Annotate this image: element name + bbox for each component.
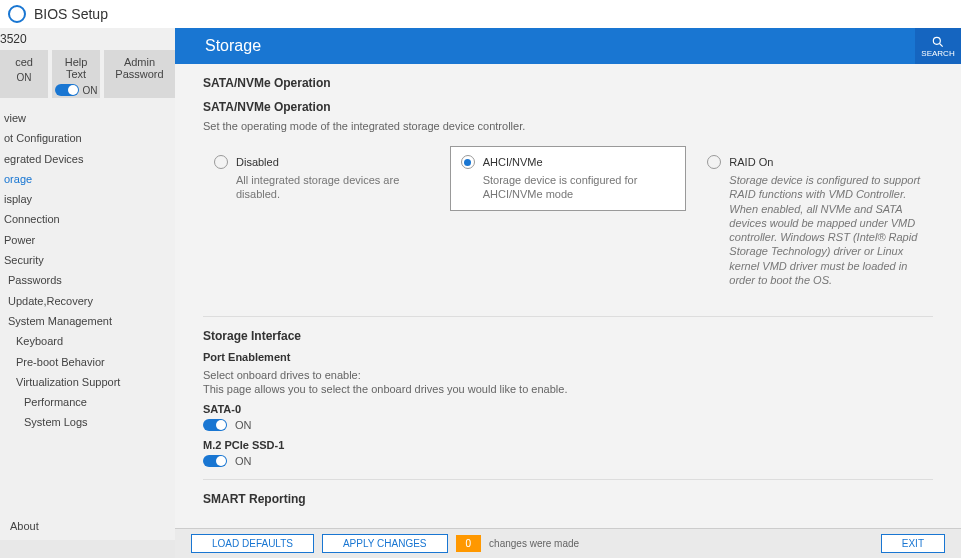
radio-desc: All integrated storage devices are disab…: [214, 173, 429, 202]
search-icon: [931, 35, 945, 49]
nav-item[interactable]: view: [0, 108, 175, 128]
smart-reporting-title: SMART Reporting: [203, 492, 933, 506]
nav-item[interactable]: Keyboard: [0, 331, 175, 351]
nav-item[interactable]: Power: [0, 230, 175, 250]
port-desc-1: Select onboard drives to enable:: [203, 369, 933, 381]
tile-help-text[interactable]: Help Text ON: [52, 50, 100, 98]
page-header: Storage SEARCH: [175, 28, 961, 64]
port-enablement-title: Port Enablement: [203, 351, 933, 363]
top-tiles: ced ON Help Text ON Admin Password: [0, 48, 175, 102]
nav-item[interactable]: egrated Devices: [0, 149, 175, 169]
section-desc: Set the operating mode of the integrated…: [203, 120, 933, 132]
tile-label: ced: [15, 56, 33, 68]
load-defaults-button[interactable]: LOAD DEFAULTS: [191, 534, 314, 553]
divider: [203, 479, 933, 480]
sidebar: 3520 ced ON Help Text ON Admin Password …: [0, 28, 175, 540]
nav-item[interactable]: System Logs: [0, 412, 175, 432]
radio-icon: [461, 155, 475, 169]
toggle-icon[interactable]: [55, 84, 79, 96]
tile-state: ON: [55, 84, 98, 96]
radio-option[interactable]: DisabledAll integrated storage devices a…: [203, 146, 440, 211]
page-title: Storage: [205, 37, 261, 55]
tile-admin-password[interactable]: Admin Password: [104, 50, 175, 98]
exit-button[interactable]: EXIT: [881, 534, 945, 553]
app-title: BIOS Setup: [34, 6, 108, 22]
radio-icon: [214, 155, 228, 169]
main-panel: Storage SEARCH SATA/NVMe Operation SATA/…: [175, 28, 961, 558]
svg-point-0: [933, 37, 940, 44]
nav-item[interactable]: Connection: [0, 209, 175, 229]
brand-logo-icon: [8, 5, 26, 23]
toggle-icon[interactable]: [203, 419, 227, 431]
nav-item[interactable]: Performance: [0, 392, 175, 412]
tile-advanced[interactable]: ced ON: [0, 50, 48, 98]
radio-label: RAID On: [729, 156, 773, 168]
radio-label: Disabled: [236, 156, 279, 168]
apply-changes-button[interactable]: APPLY CHANGES: [322, 534, 448, 553]
sata-mode-options: DisabledAll integrated storage devices a…: [203, 146, 933, 296]
changes-note: changes were made: [489, 538, 579, 549]
nav-item[interactable]: Passwords: [0, 270, 175, 290]
port-toggle-row: ON: [203, 419, 933, 431]
content-scroll[interactable]: SATA/NVMe Operation SATA/NVMe Operation …: [175, 64, 961, 528]
port-desc-2: This page allows you to select the onboa…: [203, 383, 933, 395]
port-toggle-row: ON: [203, 455, 933, 467]
radio-desc: Storage device is configured to support …: [707, 173, 922, 287]
title-bar: BIOS Setup: [0, 0, 961, 28]
search-label: SEARCH: [921, 49, 954, 58]
nav-item[interactable]: System Management: [0, 311, 175, 331]
model-number: 3520: [0, 28, 175, 48]
port-label: M.2 PCIe SSD-1: [203, 439, 933, 451]
radio-desc: Storage device is configured for AHCI/NV…: [461, 173, 676, 202]
svg-line-1: [940, 43, 943, 46]
radio-label: AHCI/NVMe: [483, 156, 543, 168]
nav-item[interactable]: Pre-boot Behavior: [0, 352, 175, 372]
nav-item[interactable]: Update,Recovery: [0, 291, 175, 311]
nav-item[interactable]: ot Configuration: [0, 128, 175, 148]
storage-interface-title: Storage Interface: [203, 329, 933, 343]
about-link[interactable]: About: [10, 520, 39, 532]
footer-bar: LOAD DEFAULTS APPLY CHANGES 0 changes we…: [175, 528, 961, 558]
divider: [203, 316, 933, 317]
tile-label: Admin Password: [108, 56, 171, 80]
tile-label: Help Text: [56, 56, 96, 80]
radio-icon: [707, 155, 721, 169]
toggle-icon[interactable]: [203, 455, 227, 467]
changes-count-badge: 0: [456, 535, 482, 552]
nav-item[interactable]: Virtualization Support: [0, 372, 175, 392]
toggle-state: ON: [235, 455, 252, 467]
nav-item[interactable]: Security: [0, 250, 175, 270]
search-button[interactable]: SEARCH: [915, 28, 961, 64]
nav-item[interactable]: isplay: [0, 189, 175, 209]
section-title: SATA/NVMe Operation: [203, 76, 933, 90]
nav-tree: viewot Configurationegrated Devicesorage…: [0, 108, 175, 433]
radio-option[interactable]: AHCI/NVMeStorage device is configured fo…: [450, 146, 687, 211]
section-subtitle: SATA/NVMe Operation: [203, 100, 933, 114]
radio-option[interactable]: RAID OnStorage device is configured to s…: [696, 146, 933, 296]
toggle-state: ON: [235, 419, 252, 431]
tile-state: ON: [17, 72, 32, 83]
port-label: SATA-0: [203, 403, 933, 415]
nav-item[interactable]: orage: [0, 169, 175, 189]
